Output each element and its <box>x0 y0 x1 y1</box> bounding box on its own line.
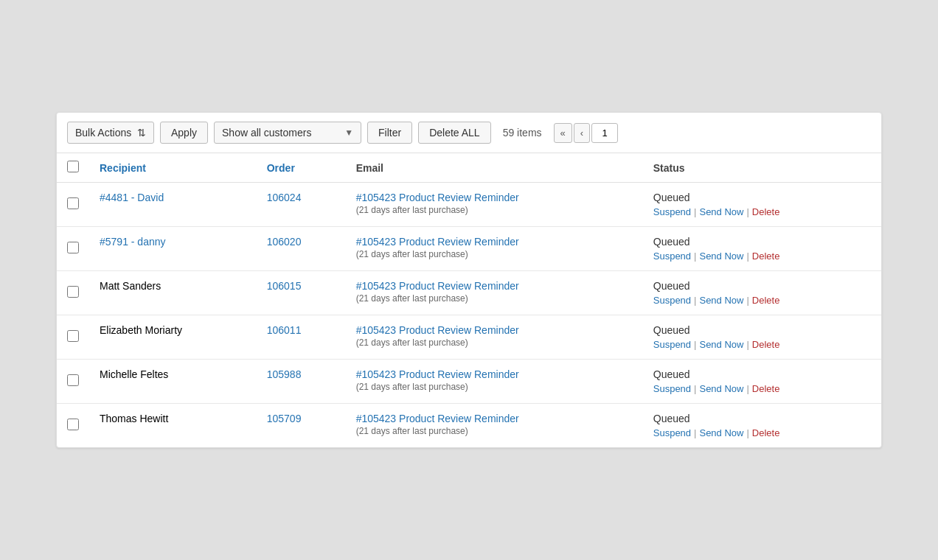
status-text: Queued <box>653 413 871 424</box>
row-order: 106024 <box>257 183 346 227</box>
email-subtitle: (21 days after last purchase) <box>356 293 468 304</box>
select-all-checkbox[interactable] <box>67 161 79 172</box>
row-checkbox[interactable] <box>67 286 79 298</box>
table-header-row: Recipient Order Email Status <box>57 153 881 183</box>
recipient-text: Matt Sanders <box>100 280 161 292</box>
order-link[interactable]: 106020 <box>267 236 302 248</box>
action-suspend-link[interactable]: Suspend <box>653 251 691 262</box>
row-status: QueuedSuspend | Send Now | Delete <box>643 360 881 404</box>
recipient-text: Elizabeth Moriarty <box>100 324 182 336</box>
action-send-now-link[interactable]: Send Now <box>699 206 743 217</box>
row-status: QueuedSuspend | Send Now | Delete <box>643 183 881 227</box>
recipient-link[interactable]: #5791 - danny <box>100 236 166 248</box>
pagination: « ‹ <box>554 123 619 143</box>
col-header-order[interactable]: Order <box>257 153 346 183</box>
row-checkbox-cell <box>57 315 89 360</box>
row-order: 106020 <box>257 227 346 271</box>
email-title-link[interactable]: #105423 Product Review Reminder <box>356 413 633 424</box>
bulk-actions-select[interactable]: Bulk Actions <box>75 127 133 139</box>
row-email: #105423 Product Review Reminder(21 days … <box>346 360 643 404</box>
action-suspend-link[interactable]: Suspend <box>653 427 691 438</box>
row-checkbox[interactable] <box>67 419 79 430</box>
email-title-link[interactable]: #105423 Product Review Reminder <box>356 236 633 248</box>
order-link[interactable]: 106011 <box>267 324 302 336</box>
action-separator: | <box>746 251 748 262</box>
action-delete-link[interactable]: Delete <box>752 206 780 217</box>
row-email: #105423 Product Review Reminder(21 days … <box>346 404 643 448</box>
table-row: #5791 - danny106020#105423 Product Revie… <box>57 227 881 271</box>
filter-dropdown-wrapper[interactable]: Show all customers ▼ <box>214 122 361 144</box>
action-suspend-link[interactable]: Suspend <box>653 339 691 350</box>
action-separator: | <box>694 251 696 262</box>
page-number-input[interactable] <box>591 123 618 143</box>
action-suspend-link[interactable]: Suspend <box>653 383 691 394</box>
row-order: 106011 <box>257 315 346 360</box>
row-checkbox-cell <box>57 183 89 227</box>
table-row: #4481 - David106024#105423 Product Revie… <box>57 183 881 227</box>
order-link[interactable]: 105988 <box>267 368 302 380</box>
action-send-now-link[interactable]: Send Now <box>699 295 743 306</box>
email-subtitle: (21 days after last purchase) <box>356 205 468 215</box>
row-recipient: Michelle Feltes <box>89 360 257 404</box>
action-suspend-link[interactable]: Suspend <box>653 206 691 217</box>
row-order: 106015 <box>257 271 346 315</box>
apply-button[interactable]: Apply <box>160 122 208 144</box>
action-delete-link[interactable]: Delete <box>752 295 780 306</box>
filter-button[interactable]: Filter <box>367 122 412 144</box>
action-send-now-link[interactable]: Send Now <box>699 339 743 350</box>
order-link[interactable]: 105709 <box>267 413 302 424</box>
recipient-link[interactable]: #4481 - David <box>100 192 164 203</box>
delete-all-button[interactable]: Delete ALL <box>418 122 491 144</box>
action-suspend-link[interactable]: Suspend <box>653 295 691 306</box>
action-delete-link[interactable]: Delete <box>752 383 780 394</box>
recipient-text: Thomas Hewitt <box>100 413 168 424</box>
page-prev-button[interactable]: ‹ <box>574 123 590 143</box>
status-text: Queued <box>653 236 871 248</box>
main-panel: Bulk Actions ⇅ Apply Show all customers … <box>56 112 882 448</box>
action-send-now-link[interactable]: Send Now <box>699 383 743 394</box>
email-title-link[interactable]: #105423 Product Review Reminder <box>356 192 633 203</box>
page-first-button[interactable]: « <box>554 123 572 143</box>
action-delete-link[interactable]: Delete <box>752 339 780 350</box>
status-actions: Suspend | Send Now | Delete <box>653 339 871 350</box>
action-delete-link[interactable]: Delete <box>752 427 780 438</box>
row-recipient: #5791 - danny <box>89 227 257 271</box>
filter-select[interactable]: Show all customers <box>222 127 340 139</box>
status-actions: Suspend | Send Now | Delete <box>653 251 871 262</box>
action-delete-link[interactable]: Delete <box>752 251 780 262</box>
row-recipient: Matt Sanders <box>89 271 257 315</box>
row-status: QueuedSuspend | Send Now | Delete <box>643 315 881 360</box>
row-order: 105988 <box>257 360 346 404</box>
status-actions: Suspend | Send Now | Delete <box>653 427 871 438</box>
action-separator: | <box>746 295 748 306</box>
order-link[interactable]: 106015 <box>267 280 302 292</box>
row-checkbox[interactable] <box>67 330 79 342</box>
row-checkbox[interactable] <box>67 374 79 386</box>
row-recipient: Elizabeth Moriarty <box>89 315 257 360</box>
bulk-actions-wrapper[interactable]: Bulk Actions ⇅ <box>67 122 154 144</box>
action-send-now-link[interactable]: Send Now <box>699 251 743 262</box>
email-title-link[interactable]: #105423 Product Review Reminder <box>356 368 633 380</box>
action-separator: | <box>694 383 696 394</box>
action-separator: | <box>746 427 748 438</box>
email-subtitle: (21 days after last purchase) <box>356 337 468 348</box>
row-email: #105423 Product Review Reminder(21 days … <box>346 271 643 315</box>
recipient-text: Michelle Feltes <box>100 368 168 380</box>
status-actions: Suspend | Send Now | Delete <box>653 295 871 306</box>
action-send-now-link[interactable]: Send Now <box>699 427 743 438</box>
status-text: Queued <box>653 368 871 380</box>
row-email: #105423 Product Review Reminder(21 days … <box>346 183 643 227</box>
col-header-recipient[interactable]: Recipient <box>89 153 257 183</box>
status-text: Queued <box>653 280 871 292</box>
row-checkbox[interactable] <box>67 197 79 209</box>
email-title-link[interactable]: #105423 Product Review Reminder <box>356 280 633 292</box>
select-all-header <box>57 153 89 183</box>
table-row: Thomas Hewitt105709#105423 Product Revie… <box>57 404 881 448</box>
row-checkbox[interactable] <box>67 242 79 253</box>
table-row: Michelle Feltes105988#105423 Product Rev… <box>57 360 881 404</box>
row-recipient: Thomas Hewitt <box>89 404 257 448</box>
email-title-link[interactable]: #105423 Product Review Reminder <box>356 324 633 336</box>
row-recipient: #4481 - David <box>89 183 257 227</box>
col-header-email: Email <box>346 153 643 183</box>
order-link[interactable]: 106024 <box>267 192 302 203</box>
